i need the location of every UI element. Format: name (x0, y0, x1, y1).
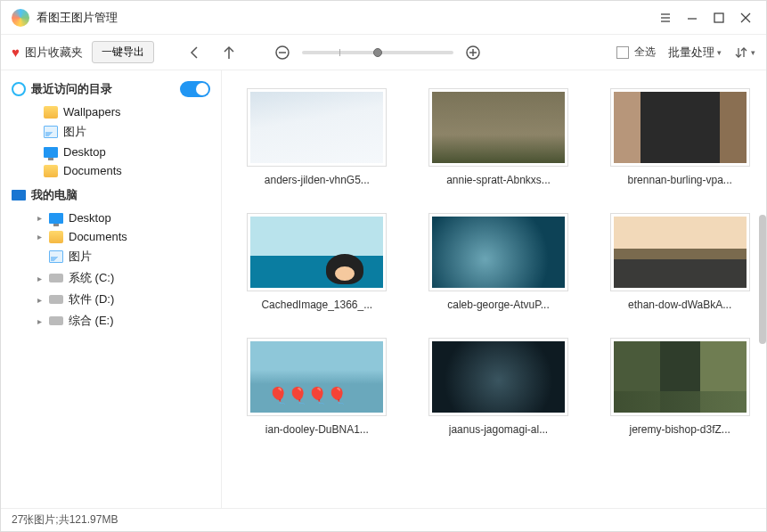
batch-label: 批量处理 (668, 45, 714, 61)
thumbnail-image (247, 213, 387, 291)
thumbnail-image (428, 338, 568, 416)
back-button[interactable] (183, 40, 208, 65)
drive-icon (49, 316, 63, 325)
thumbnail-caption: jaanus-jagomagi-al... (449, 423, 548, 436)
thumbnail-caption: CachedImage_1366_... (261, 299, 372, 311)
recent-section-title: 最近访问的目录 (31, 81, 112, 97)
zoom-out-button[interactable] (270, 40, 295, 65)
zoom-control (270, 40, 485, 65)
expand-icon[interactable]: ▸ (35, 295, 44, 305)
thumbnail-item[interactable]: brennan-burling-vpa... (602, 88, 757, 186)
thumbnail-item[interactable]: caleb-george-AtvuP... (421, 213, 576, 311)
sidebar-item-label: 图片 (69, 249, 92, 265)
expand-icon[interactable]: ▸ (35, 213, 44, 223)
sidebar-item[interactable]: Wallpapers (1, 102, 221, 121)
folder-icon (44, 106, 58, 119)
thumbnail-caption: annie-spratt-Abnkxs... (446, 174, 551, 186)
zoom-in-button[interactable] (461, 40, 485, 65)
clock-icon (12, 82, 26, 96)
folder-icon (49, 231, 63, 243)
heart-icon: ♥ (12, 45, 20, 60)
sidebar-item-label: 图片 (63, 124, 86, 140)
zoom-slider[interactable] (302, 51, 453, 54)
expand-icon[interactable]: ▸ (35, 232, 44, 241)
thumbnail-image (610, 338, 750, 416)
expand-icon[interactable]: ▸ (35, 274, 44, 283)
sidebar-item[interactable]: Desktop (1, 143, 221, 161)
thumbnail-item[interactable]: jeremy-bishop-d3fZ... (602, 338, 757, 436)
menu-button[interactable] (652, 4, 679, 31)
sidebar-item-label: Wallpapers (63, 105, 121, 119)
image-icon (44, 126, 58, 138)
sort-icon (734, 45, 748, 60)
sidebar-item-label: Documents (69, 230, 127, 243)
statusbar: 27张图片;共121.97MB (1, 508, 766, 531)
thumbnail-caption: ian-dooley-DuBNA1... (265, 423, 369, 436)
expand-icon[interactable]: ▸ (35, 316, 44, 326)
drive-icon (49, 295, 63, 304)
thumbnail-image (610, 213, 750, 291)
toolbar: ♥ 图片收藏夹 一键导出 全选 批量处理 ▾ ▾ (1, 35, 766, 70)
thumbnail-item[interactable]: jaanus-jagomagi-al... (421, 338, 576, 436)
recent-toggle[interactable] (180, 81, 210, 97)
thumbnail-item[interactable]: annie-spratt-Abnkxs... (421, 88, 576, 186)
thumbnail-image (247, 88, 387, 167)
monitor-icon (49, 213, 63, 224)
sidebar-item[interactable]: ▸系统 (C:) (1, 267, 221, 289)
sort-menu[interactable]: ▾ (734, 45, 755, 60)
thumbnail-caption: brennan-burling-vpa... (627, 174, 731, 186)
select-all-checkbox[interactable]: 全选 (616, 45, 656, 60)
sidebar-item[interactable]: 图片 (1, 246, 221, 267)
thumbnail-image (247, 338, 387, 416)
sidebar-item-label: Desktop (69, 211, 111, 225)
batch-menu[interactable]: 批量处理 ▾ (668, 45, 722, 61)
thumbnail-caption: jeremy-bishop-d3fZ... (629, 423, 730, 436)
up-button[interactable] (216, 40, 241, 65)
svg-rect-4 (714, 13, 723, 22)
thumbnail-image (428, 88, 568, 167)
sidebar-item[interactable]: ▸综合 (E:) (1, 310, 221, 331)
sidebar-item-label: 系统 (C:) (69, 270, 114, 286)
thumbnail-item[interactable]: anders-jilden-vhnG5... (240, 88, 395, 186)
chevron-down-icon: ▾ (751, 48, 755, 57)
checkbox-icon (616, 46, 629, 59)
maximize-button[interactable] (706, 4, 732, 31)
sidebar-item[interactable]: ▸Documents (1, 227, 221, 246)
favorites-label: 图片收藏夹 (25, 45, 83, 61)
favorites-button[interactable]: ♥ 图片收藏夹 (12, 45, 83, 61)
thumbnail-caption: anders-jilden-vhnG5... (265, 174, 370, 186)
thumbnail-item[interactable]: ethan-dow-dWaBkA... (602, 213, 757, 311)
sidebar-item[interactable]: 图片 (1, 121, 221, 143)
thumbnail-area: anders-jilden-vhnG5...annie-spratt-Abnkx… (222, 70, 766, 508)
sidebar-item[interactable]: ▸Desktop (1, 209, 221, 227)
sidebar-item-label: Documents (63, 164, 122, 177)
select-all-label: 全选 (634, 45, 656, 60)
thumbnail-image (428, 213, 568, 291)
status-text: 27张图片;共121.97MB (12, 512, 118, 528)
folder-icon (44, 165, 58, 177)
thumbnail-image (610, 88, 750, 167)
sidebar-item[interactable]: ▸软件 (D:) (1, 289, 221, 310)
sidebar-item-label: Desktop (63, 145, 106, 159)
sidebar: 最近访问的目录 Wallpapers 图片 Desktop Documents … (1, 70, 222, 508)
sidebar-item[interactable]: Documents (1, 161, 221, 180)
sidebar-item-label: 综合 (E:) (69, 313, 114, 329)
thumbnail-item[interactable]: CachedImage_1366_... (240, 213, 395, 311)
mypc-section-title: 我的电脑 (31, 187, 78, 203)
sidebar-item-label: 软件 (D:) (69, 291, 114, 307)
titlebar: 看图王图片管理 (1, 1, 766, 35)
monitor-icon (44, 147, 58, 158)
thumbnail-item[interactable]: ian-dooley-DuBNA1... (240, 338, 395, 436)
scrollbar[interactable] (759, 215, 766, 344)
chevron-down-icon: ▾ (717, 48, 722, 57)
pc-icon (12, 190, 26, 201)
thumbnail-caption: ethan-dow-dWaBkA... (628, 299, 731, 311)
close-button[interactable] (732, 4, 759, 31)
export-button[interactable]: 一键导出 (92, 41, 154, 63)
window-title: 看图王图片管理 (37, 10, 118, 26)
app-icon (12, 9, 29, 27)
thumbnail-caption: caleb-george-AtvuP... (447, 299, 550, 311)
minimize-button[interactable] (679, 4, 706, 31)
drive-icon (49, 274, 63, 282)
img-icon (49, 250, 63, 263)
